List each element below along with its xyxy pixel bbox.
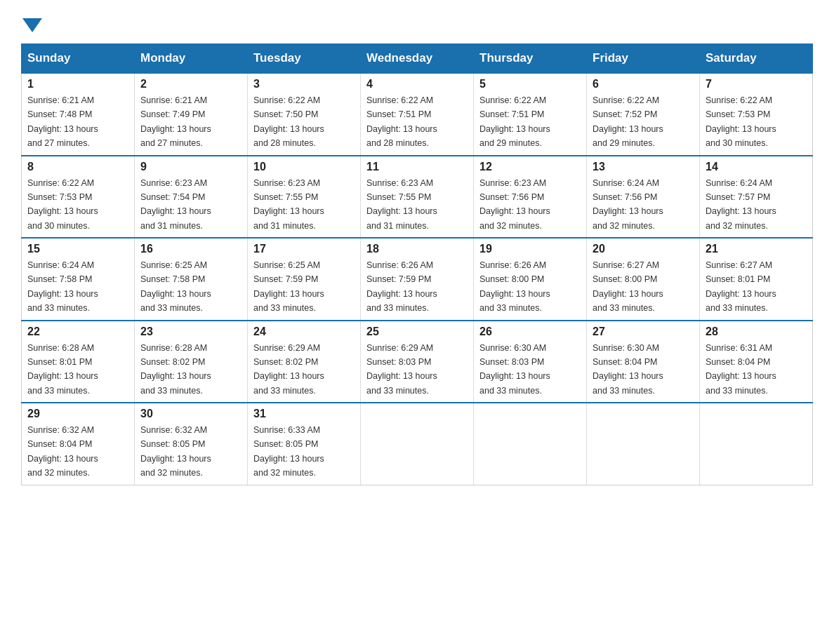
day-number: 29 (27, 408, 128, 420)
calendar-cell: 13 Sunrise: 6:24 AMSunset: 7:56 PMDaylig… (587, 156, 700, 239)
logo (21, 14, 44, 36)
day-info: Sunrise: 6:33 AMSunset: 8:05 PMDaylight:… (253, 425, 324, 478)
day-info: Sunrise: 6:22 AMSunset: 7:51 PMDaylight:… (366, 95, 437, 148)
day-info: Sunrise: 6:26 AMSunset: 7:59 PMDaylight:… (366, 260, 437, 313)
day-number: 28 (706, 326, 807, 338)
day-number: 25 (366, 326, 468, 338)
calendar-cell: 27 Sunrise: 6:30 AMSunset: 8:04 PMDaylig… (587, 321, 700, 403)
day-number: 31 (253, 408, 355, 420)
calendar-week-row: 8 Sunrise: 6:22 AMSunset: 7:53 PMDayligh… (22, 156, 813, 239)
day-info: Sunrise: 6:28 AMSunset: 8:01 PMDaylight:… (27, 343, 98, 396)
day-info: Sunrise: 6:21 AMSunset: 7:48 PMDaylight:… (27, 95, 98, 148)
day-number: 30 (140, 408, 241, 420)
day-info: Sunrise: 6:28 AMSunset: 8:02 PMDaylight:… (140, 343, 211, 396)
day-info: Sunrise: 6:32 AMSunset: 8:04 PMDaylight:… (27, 425, 98, 478)
day-info: Sunrise: 6:27 AMSunset: 8:00 PMDaylight:… (593, 260, 663, 313)
day-info: Sunrise: 6:24 AMSunset: 7:57 PMDaylight:… (706, 178, 776, 231)
calendar-cell: 8 Sunrise: 6:22 AMSunset: 7:53 PMDayligh… (22, 156, 135, 239)
calendar-table: SundayMondayTuesdayWednesdayThursdayFrid… (21, 43, 813, 485)
calendar-cell: 1 Sunrise: 6:21 AMSunset: 7:48 PMDayligh… (22, 73, 135, 156)
day-info: Sunrise: 6:25 AMSunset: 7:59 PMDaylight:… (253, 260, 324, 313)
day-info: Sunrise: 6:23 AMSunset: 7:55 PMDaylight:… (253, 178, 324, 231)
calendar-cell: 25 Sunrise: 6:29 AMSunset: 8:03 PMDaylig… (361, 321, 474, 403)
calendar-week-row: 29 Sunrise: 6:32 AMSunset: 8:04 PMDaylig… (22, 403, 813, 485)
day-info: Sunrise: 6:29 AMSunset: 8:03 PMDaylight:… (366, 343, 437, 396)
day-number: 4 (366, 78, 468, 90)
day-number: 21 (706, 243, 807, 255)
calendar-cell: 17 Sunrise: 6:25 AMSunset: 7:59 PMDaylig… (248, 238, 361, 321)
weekday-header-friday: Friday (587, 44, 700, 74)
day-number: 26 (479, 326, 581, 338)
day-info: Sunrise: 6:22 AMSunset: 7:53 PMDaylight:… (27, 178, 98, 231)
calendar-cell (700, 403, 813, 485)
day-number: 12 (479, 161, 581, 173)
day-number: 24 (253, 326, 355, 338)
weekday-header-wednesday: Wednesday (361, 44, 474, 74)
calendar-cell: 6 Sunrise: 6:22 AMSunset: 7:52 PMDayligh… (587, 73, 700, 156)
calendar-cell: 30 Sunrise: 6:32 AMSunset: 8:05 PMDaylig… (135, 403, 248, 485)
day-info: Sunrise: 6:23 AMSunset: 7:54 PMDaylight:… (140, 178, 211, 231)
day-number: 11 (366, 161, 468, 173)
day-number: 17 (253, 243, 355, 255)
calendar-cell: 7 Sunrise: 6:22 AMSunset: 7:53 PMDayligh… (700, 73, 813, 156)
calendar-cell: 29 Sunrise: 6:32 AMSunset: 8:04 PMDaylig… (22, 403, 135, 485)
day-number: 15 (27, 243, 128, 255)
calendar-cell: 2 Sunrise: 6:21 AMSunset: 7:49 PMDayligh… (135, 73, 248, 156)
day-info: Sunrise: 6:23 AMSunset: 7:55 PMDaylight:… (366, 178, 437, 231)
weekday-header-saturday: Saturday (700, 44, 813, 74)
day-info: Sunrise: 6:32 AMSunset: 8:05 PMDaylight:… (140, 425, 211, 478)
day-number: 1 (27, 78, 128, 90)
calendar-cell: 31 Sunrise: 6:33 AMSunset: 8:05 PMDaylig… (248, 403, 361, 485)
day-number: 2 (140, 78, 241, 90)
calendar-cell: 3 Sunrise: 6:22 AMSunset: 7:50 PMDayligh… (248, 73, 361, 156)
day-number: 5 (479, 78, 581, 90)
day-info: Sunrise: 6:21 AMSunset: 7:49 PMDaylight:… (140, 95, 211, 148)
day-number: 9 (140, 161, 241, 173)
calendar-cell: 15 Sunrise: 6:24 AMSunset: 7:58 PMDaylig… (22, 238, 135, 321)
calendar-cell: 18 Sunrise: 6:26 AMSunset: 7:59 PMDaylig… (361, 238, 474, 321)
day-info: Sunrise: 6:26 AMSunset: 8:00 PMDaylight:… (479, 260, 550, 313)
weekday-header-sunday: Sunday (22, 44, 135, 74)
day-info: Sunrise: 6:23 AMSunset: 7:56 PMDaylight:… (479, 178, 550, 231)
calendar-week-row: 15 Sunrise: 6:24 AMSunset: 7:58 PMDaylig… (22, 238, 813, 321)
calendar-cell: 5 Sunrise: 6:22 AMSunset: 7:51 PMDayligh… (474, 73, 587, 156)
day-info: Sunrise: 6:22 AMSunset: 7:52 PMDaylight:… (593, 95, 663, 148)
calendar-header-row: SundayMondayTuesdayWednesdayThursdayFrid… (22, 44, 813, 74)
day-info: Sunrise: 6:24 AMSunset: 7:56 PMDaylight:… (593, 178, 663, 231)
day-number: 20 (593, 243, 694, 255)
calendar-week-row: 1 Sunrise: 6:21 AMSunset: 7:48 PMDayligh… (22, 73, 813, 156)
day-number: 27 (593, 326, 694, 338)
calendar-cell: 21 Sunrise: 6:27 AMSunset: 8:01 PMDaylig… (700, 238, 813, 321)
calendar-cell (474, 403, 587, 485)
day-info: Sunrise: 6:29 AMSunset: 8:02 PMDaylight:… (253, 343, 324, 396)
calendar-cell: 4 Sunrise: 6:22 AMSunset: 7:51 PMDayligh… (361, 73, 474, 156)
logo-triangle-icon (22, 18, 42, 32)
day-number: 22 (27, 326, 128, 338)
calendar-cell: 19 Sunrise: 6:26 AMSunset: 8:00 PMDaylig… (474, 238, 587, 321)
calendar-cell: 28 Sunrise: 6:31 AMSunset: 8:04 PMDaylig… (700, 321, 813, 403)
calendar-cell: 11 Sunrise: 6:23 AMSunset: 7:55 PMDaylig… (361, 156, 474, 239)
day-info: Sunrise: 6:27 AMSunset: 8:01 PMDaylight:… (706, 260, 776, 313)
day-info: Sunrise: 6:22 AMSunset: 7:51 PMDaylight:… (479, 95, 550, 148)
day-info: Sunrise: 6:30 AMSunset: 8:03 PMDaylight:… (479, 343, 550, 396)
calendar-cell (361, 403, 474, 485)
calendar-cell: 14 Sunrise: 6:24 AMSunset: 7:57 PMDaylig… (700, 156, 813, 239)
calendar-cell: 24 Sunrise: 6:29 AMSunset: 8:02 PMDaylig… (248, 321, 361, 403)
calendar-cell: 23 Sunrise: 6:28 AMSunset: 8:02 PMDaylig… (135, 321, 248, 403)
day-info: Sunrise: 6:30 AMSunset: 8:04 PMDaylight:… (593, 343, 663, 396)
day-number: 23 (140, 326, 241, 338)
weekday-header-thursday: Thursday (474, 44, 587, 74)
day-number: 6 (593, 78, 694, 90)
weekday-header-monday: Monday (135, 44, 248, 74)
day-number: 3 (253, 78, 355, 90)
day-number: 19 (479, 243, 581, 255)
page-header (21, 14, 813, 36)
day-number: 16 (140, 243, 241, 255)
calendar-cell: 9 Sunrise: 6:23 AMSunset: 7:54 PMDayligh… (135, 156, 248, 239)
day-number: 18 (366, 243, 468, 255)
calendar-cell (587, 403, 700, 485)
calendar-cell: 12 Sunrise: 6:23 AMSunset: 7:56 PMDaylig… (474, 156, 587, 239)
weekday-header-tuesday: Tuesday (248, 44, 361, 74)
day-number: 7 (706, 78, 807, 90)
day-info: Sunrise: 6:24 AMSunset: 7:58 PMDaylight:… (27, 260, 98, 313)
